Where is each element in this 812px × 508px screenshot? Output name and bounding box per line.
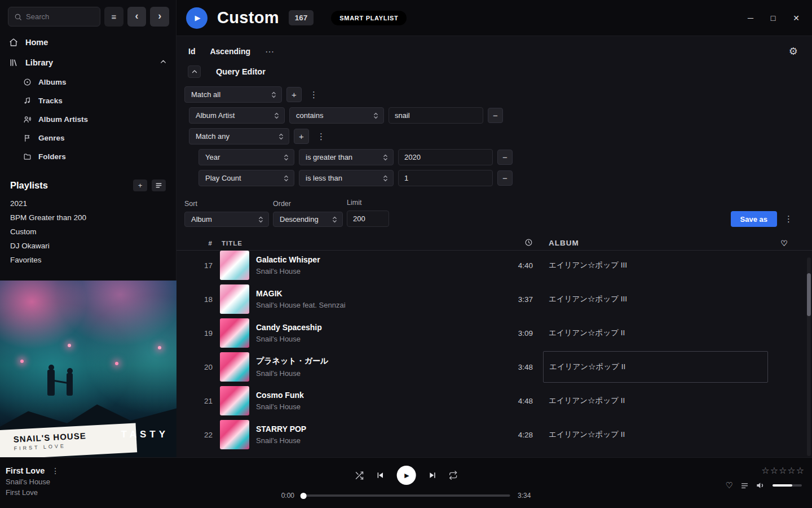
match-type-select[interactable]: Match all [184,86,282,103]
rule-operator-select[interactable]: is less than [299,170,394,186]
seek-bar[interactable] [302,494,510,497]
track-artist[interactable]: Snail's House [256,335,322,343]
repeat-button[interactable] [449,471,458,480]
queue-button[interactable] [740,481,749,490]
previous-track-button[interactable] [376,471,385,480]
save-as-button[interactable]: Save as [731,211,777,227]
close-button[interactable]: ✕ [793,14,800,23]
search-input[interactable] [26,12,94,21]
track-title[interactable]: MAGIK [256,289,346,298]
column-header-favorite[interactable]: ♡ [768,239,801,248]
rule-value-input[interactable] [398,170,493,186]
seek-handle[interactable] [301,493,307,499]
playlist-item[interactable]: DJ Okawari [0,239,176,253]
add-playlist-button[interactable]: + [133,179,147,191]
chevron-up-icon[interactable] [160,58,167,67]
playlist-item[interactable]: BPM Greater than 200 [0,211,176,225]
sort-field-control[interactable]: Id [188,47,195,56]
track-title[interactable]: Galactic Whisper [256,255,320,264]
more-options-icon[interactable]: ⋯ [265,46,274,57]
star-icon[interactable]: ☆ [796,465,804,476]
rule-value-input[interactable] [398,149,493,165]
group-menu-button[interactable]: ⋮ [314,130,329,143]
collapse-query-editor-button[interactable] [188,65,201,78]
track-album[interactable]: エイリアン☆ポップ III [533,260,768,270]
volume-button[interactable] [756,481,765,490]
star-icon[interactable]: ☆ [779,465,787,476]
favorite-button[interactable]: ♡ [726,480,733,491]
sidebar-item-album-artists[interactable]: Album Artists [0,110,176,129]
track-artist[interactable]: Snail's House [256,267,320,275]
track-artist[interactable]: Snail's House feat. Sennzai [256,301,346,309]
track-album-focused-cell[interactable]: エイリアン☆ポップ II [543,351,768,383]
order-select[interactable]: Descending [273,212,343,227]
scrollbar-track[interactable] [807,257,811,456]
rule-operator-select[interactable]: is greater than [299,149,394,165]
playlist-list-button[interactable] [152,179,166,191]
track-artist[interactable]: Snail's House [256,369,328,378]
menu-button[interactable]: ≡ [104,7,123,27]
playlist-item[interactable]: Favorites [0,253,176,267]
next-track-button[interactable] [429,471,438,480]
limit-input[interactable] [347,211,389,227]
track-album[interactable]: エイリアン☆ポップ II [533,430,768,440]
table-row[interactable]: 20 プラネット・ガール Snail's House 3:48 エイリアン☆ポッ… [176,350,812,384]
track-title[interactable]: Candy Spaceship [256,323,322,332]
sidebar-item-albums[interactable]: Albums [0,73,176,91]
play-playlist-button[interactable]: ▶ [186,7,208,29]
sort-direction-control[interactable]: Ascending [210,47,250,56]
column-header-duration[interactable] [481,238,533,248]
playlist-item[interactable]: 2021 [0,196,176,211]
now-playing-album[interactable]: First Love [6,488,59,497]
rule-field-select[interactable]: Play Count [198,170,294,186]
track-title[interactable]: Cosmo Funk [256,391,304,400]
track-title[interactable]: STARRY POP [256,424,306,433]
save-menu-button[interactable]: ⋮ [781,213,796,225]
column-header-album[interactable]: ALBUM [533,239,768,247]
column-header-index[interactable]: # [184,240,217,247]
forward-button[interactable]: › [150,7,169,27]
rule-operator-select[interactable]: contains [289,107,384,124]
table-row[interactable]: 18 MAGIK Snail's House feat. Sennzai 3:3… [176,282,812,316]
sidebar-item-library[interactable]: Library [0,52,176,73]
track-album[interactable]: エイリアン☆ポップ II [533,396,768,406]
sidebar-item-tracks[interactable]: Tracks [0,91,176,110]
track-artist[interactable]: Snail's House [256,436,306,445]
star-icon[interactable]: ☆ [761,465,769,476]
track-artist[interactable]: Snail's House [256,402,304,411]
scrollbar-thumb[interactable] [807,273,811,316]
volume-slider[interactable] [773,484,802,487]
remove-rule-button[interactable]: − [497,170,513,186]
add-group-rule-button[interactable]: + [294,129,309,144]
table-row[interactable]: 21 Cosmo Funk Snail's House 4:48 エイリアン☆ポ… [176,384,812,418]
column-header-title[interactable]: TITLE [217,240,481,247]
sidebar-item-genres[interactable]: Genres [0,129,176,147]
playlist-item[interactable]: Custom [0,225,176,239]
sidebar-item-folders[interactable]: Folders [0,147,176,166]
rule-group-menu-button[interactable]: ⋮ [306,89,321,101]
minimize-button[interactable]: ─ [748,14,753,23]
rule-value-input[interactable] [389,107,483,124]
sort-select[interactable]: Album [184,212,269,227]
now-playing-artist[interactable]: Snail's House [6,478,59,486]
play-pause-button[interactable]: ▶ [397,466,416,485]
shuffle-button[interactable] [355,471,364,480]
rule-field-select[interactable]: Album Artist [189,107,285,124]
remove-rule-button[interactable]: − [497,150,513,165]
back-button[interactable]: ‹ [127,7,147,27]
rule-field-select[interactable]: Year [198,149,294,165]
track-title[interactable]: プラネット・ガール [256,356,328,366]
add-rule-button[interactable]: + [286,87,302,102]
settings-button[interactable]: ⚙ [789,45,798,58]
table-row[interactable]: 22 STARRY POP Snail's House 4:28 エイリアン☆ポ… [176,418,812,452]
table-row[interactable]: 17 Galactic Whisper Snail's House 4:40 エ… [176,251,812,282]
sidebar-item-home[interactable]: Home [0,32,176,52]
track-album[interactable]: エイリアン☆ポップ II [533,328,768,338]
maximize-button[interactable]: □ [771,14,775,23]
table-row[interactable]: 19 Candy Spaceship Snail's House 3:09 エイ… [176,316,812,350]
track-album[interactable]: エイリアン☆ポップ III [533,294,768,304]
now-playing-cover-art[interactable]: SNAIL'S HOUSE FIRST LOVE TASTY [0,281,176,457]
remove-rule-button[interactable]: − [488,108,503,123]
now-playing-title[interactable]: First Love [6,466,45,475]
star-icon[interactable]: ☆ [770,465,778,476]
